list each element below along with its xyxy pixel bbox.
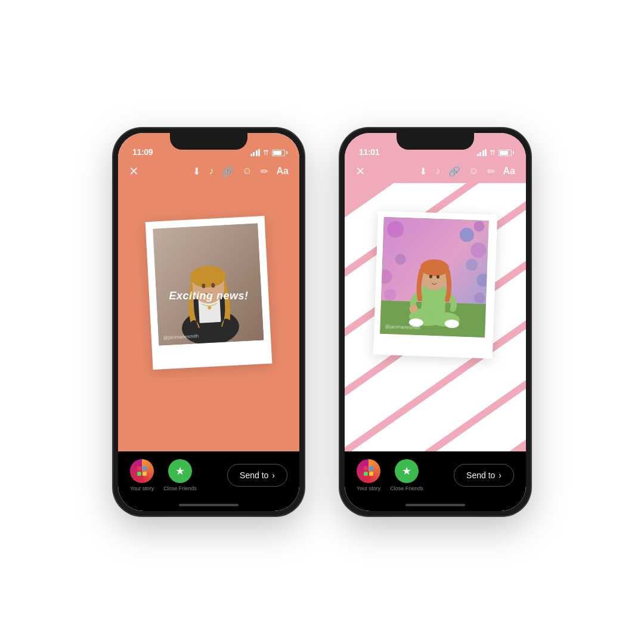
- phone-screen-1: 11:09 ⇈ ✕ ⬇: [118, 133, 299, 511]
- grid-icon-1: [137, 466, 147, 476]
- signal-icon-1: [250, 149, 261, 156]
- draw-icon-2[interactable]: ✏: [487, 166, 495, 177]
- close-icon-2[interactable]: ✕: [355, 164, 366, 178]
- music-icon-1[interactable]: ♪: [209, 166, 213, 177]
- battery-icon-2: [499, 150, 512, 156]
- send-to-btn-2[interactable]: Send to ›: [454, 464, 514, 487]
- status-icons-2: ⇈: [477, 148, 512, 157]
- time-2: 11:01: [359, 147, 379, 157]
- star-icon-2: ★: [402, 465, 411, 478]
- person-svg-1: [153, 224, 264, 346]
- story-content-1: @jacimariesmith Exciting news!: [118, 183, 299, 451]
- phone-screen-2: 11:01 ⇈ ✕ ⬇: [345, 133, 526, 511]
- your-story-btn-2[interactable]: Your story: [357, 459, 380, 491]
- phone-2: 11:01 ⇈ ✕ ⬇: [340, 128, 531, 516]
- close-friends-btn-2[interactable]: ★ Close Friends: [390, 459, 423, 491]
- close-friends-circle-2: ★: [395, 459, 419, 483]
- your-story-circle-2: [357, 459, 380, 483]
- your-story-label-1: Your story: [130, 485, 154, 491]
- toolbar-right-2: ⬇ ♪ 🔗 ☺ ✏ Aa: [419, 166, 515, 177]
- polaroid-photo-2: @jacimariesmith: [380, 217, 489, 338]
- close-friends-btn-1[interactable]: ★ Close Friends: [163, 459, 197, 491]
- phone-1: 11:09 ⇈ ✕ ⬇: [113, 128, 304, 516]
- toolbar-1: ✕ ⬇ ♪ 🔗 ☺ ✏ Aa: [118, 159, 299, 183]
- signal-icon-2: [477, 149, 487, 156]
- draw-icon-1[interactable]: ✏: [261, 166, 268, 177]
- text-icon-1[interactable]: Aa: [277, 166, 289, 177]
- download-icon-1[interactable]: ⬇: [193, 166, 200, 177]
- phone-inner-2: 11:01 ⇈ ✕ ⬇: [345, 133, 526, 511]
- close-friends-circle-1: ★: [168, 459, 192, 483]
- download-icon-2[interactable]: ⬇: [419, 166, 427, 177]
- star-icon-1: ★: [175, 465, 185, 478]
- notch-1: [170, 133, 247, 150]
- toolbar-right-1: ⬇ ♪ 🔗 ☺ ✏ Aa: [193, 166, 289, 177]
- your-story-btn-1[interactable]: Your story: [130, 459, 154, 491]
- send-to-label-2: Send to: [466, 470, 495, 480]
- home-bar-1: [179, 504, 239, 506]
- close-friends-label-1: Close Friends: [163, 485, 197, 491]
- exciting-text-container: Exciting news!: [118, 377, 299, 380]
- notch-2: [397, 133, 474, 150]
- close-friends-label-2: Close Friends: [390, 485, 423, 491]
- link-icon-1[interactable]: 🔗: [222, 166, 234, 177]
- home-indicator-1: [118, 499, 299, 511]
- wifi-icon-1: ⇈: [263, 148, 269, 157]
- home-bar-2: [405, 504, 465, 506]
- exciting-text-1: Exciting news!: [169, 290, 248, 302]
- story-bottom-2: Your story ★ Close Friends Send to ›: [345, 451, 526, 499]
- story-content-2: @jacimariesmith: [345, 183, 526, 451]
- battery-icon-1: [272, 150, 285, 156]
- your-story-label-2: Your story: [357, 485, 380, 491]
- your-story-circle-1: [130, 459, 154, 483]
- send-to-label-1: Send to: [240, 470, 268, 480]
- phone-inner-1: 11:09 ⇈ ✕ ⬇: [118, 133, 299, 511]
- polaroid-photo-1: @jacimariesmith: [153, 224, 264, 346]
- text-icon-2[interactable]: Aa: [503, 166, 515, 177]
- text-underline-1: [161, 378, 256, 380]
- send-to-btn-1[interactable]: Send to ›: [227, 464, 287, 487]
- music-icon-2[interactable]: ♪: [435, 166, 440, 177]
- send-to-chevron-1: ›: [272, 470, 275, 480]
- close-icon-1[interactable]: ✕: [129, 164, 139, 178]
- polaroid-frame-2: @jacimariesmith: [373, 211, 497, 359]
- emoji-icon-1[interactable]: ☺: [242, 166, 252, 177]
- toolbar-2: ✕ ⬇ ♪ 🔗 ☺ ✏ Aa: [345, 159, 526, 183]
- person-svg-2: [380, 217, 489, 338]
- time-1: 11:09: [132, 147, 153, 157]
- wifi-icon-2: ⇈: [490, 148, 496, 157]
- send-to-chevron-2: ›: [499, 470, 501, 480]
- emoji-icon-2[interactable]: ☺: [469, 166, 478, 177]
- bottom-actions-1: Your story ★ Close Friends: [130, 459, 197, 491]
- grid-icon-2: [364, 466, 373, 476]
- bottom-actions-2: Your story ★ Close Friends: [357, 459, 423, 491]
- home-indicator-2: [345, 499, 526, 511]
- story-bottom-1: Your story ★ Close Friends Send to ›: [118, 451, 299, 499]
- link-icon-2[interactable]: 🔗: [448, 166, 460, 177]
- status-icons-1: ⇈: [250, 148, 286, 157]
